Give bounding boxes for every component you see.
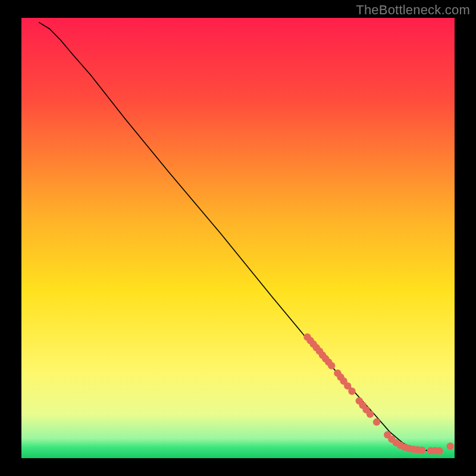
data-point bbox=[418, 447, 425, 454]
data-point bbox=[373, 418, 380, 425]
attribution-text: TheBottleneck.com bbox=[356, 2, 470, 18]
chart-svg bbox=[0, 0, 476, 476]
data-point bbox=[436, 447, 443, 455]
plot-background bbox=[21, 18, 455, 458]
data-point bbox=[348, 387, 355, 394]
chart-root: TheBottleneck.com bbox=[0, 0, 476, 476]
data-point bbox=[447, 443, 454, 450]
data-point bbox=[367, 411, 374, 418]
data-point bbox=[328, 362, 335, 369]
